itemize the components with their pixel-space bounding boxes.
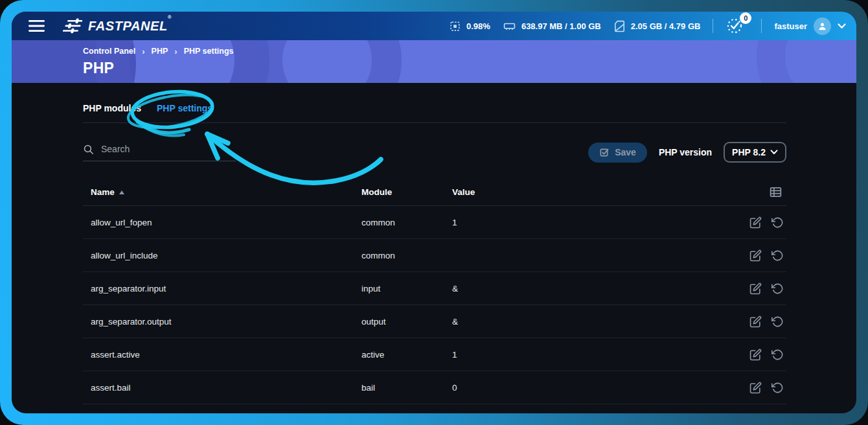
setting-module: common (361, 218, 452, 227)
reset-icon (771, 216, 784, 229)
settings-table: Name Module Value allow_url_fopen common… (83, 179, 786, 404)
setting-module: common (361, 251, 452, 260)
cpu-stat: 0.98% (449, 20, 490, 32)
edit-button[interactable] (749, 382, 762, 394)
setting-value: & (452, 284, 727, 293)
setting-value: 0 (452, 383, 727, 393)
disk-stat: 2.05 GB / 4.79 GB (613, 20, 701, 32)
column-header-name[interactable]: Name (83, 187, 361, 197)
reset-button[interactable] (771, 282, 784, 295)
reset-button[interactable] (771, 349, 784, 361)
edit-button[interactable] (749, 282, 762, 295)
column-label-name: Name (91, 187, 115, 197)
username: fastuser (774, 21, 807, 31)
screenshot-frame: FASTPANEL® 0.98% 638.97 MB / 1.00 GB 2.0… (0, 0, 868, 425)
tab-php-modules[interactable]: PHP modules (83, 103, 141, 116)
fastpanel-logo-icon (63, 18, 82, 34)
disk-value: 2.05 GB / 4.79 GB (631, 21, 701, 31)
search-input[interactable] (101, 144, 224, 154)
brand-name: FASTPANEL® (88, 19, 172, 34)
user-menu[interactable]: fastuser (774, 17, 846, 35)
breadcrumb: Control Panel › PHP › PHP settings (83, 47, 234, 56)
reset-icon (771, 349, 784, 361)
avatar-icon (817, 21, 827, 31)
disk-icon (613, 20, 626, 32)
search-field[interactable] (83, 144, 236, 161)
main-content: PHP modules PHP settings Save PHP versio… (12, 83, 856, 404)
setting-value: 1 (452, 350, 727, 360)
edit-button[interactable] (749, 249, 762, 262)
table-row: allow_url_fopen common 1 (83, 206, 786, 239)
edit-button[interactable] (749, 216, 762, 229)
topbar: FASTPANEL® 0.98% 638.97 MB / 1.00 GB 2.0… (12, 12, 856, 40)
edit-icon (749, 249, 762, 262)
breadcrumb-php[interactable]: PHP (152, 47, 168, 56)
divider (713, 19, 713, 33)
table-columns-icon (769, 185, 782, 199)
memory-icon (503, 20, 516, 32)
reset-button[interactable] (771, 316, 784, 328)
save-label: Save (615, 147, 636, 157)
table-row: assert.bail bail 0 (83, 371, 786, 404)
setting-name: arg_separator.input (83, 284, 361, 293)
setting-name: assert.active (83, 350, 361, 360)
setting-value: 1 (452, 218, 727, 227)
memory-value: 638.97 MB / 1.00 GB (521, 21, 601, 31)
page-title: PHP (83, 60, 234, 77)
tab-php-settings[interactable]: PHP settings (157, 103, 212, 116)
fastpanel-app: FASTPANEL® 0.98% 638.97 MB / 1.00 GB 2.0… (12, 12, 856, 413)
php-version-value: PHP 8.2 (732, 147, 766, 157)
table-row: arg_separator.input input & (83, 272, 786, 305)
setting-value: & (452, 317, 727, 327)
table-row: arg_separator.output output & (83, 305, 786, 338)
edit-icon (749, 282, 762, 295)
setting-name: arg_separator.output (83, 317, 361, 327)
setting-name: allow_url_include (83, 251, 361, 260)
fastpanel-logo[interactable]: FASTPANEL® (63, 18, 172, 34)
reset-icon (771, 382, 784, 394)
save-check-icon (599, 147, 610, 157)
chevron-down-icon (770, 150, 778, 155)
chevron-down-icon (838, 23, 846, 29)
memory-stat: 638.97 MB / 1.00 GB (503, 20, 601, 32)
edit-icon (749, 316, 762, 328)
table-header: Name Module Value (83, 179, 786, 206)
tabs-divider (83, 122, 786, 123)
edit-button[interactable] (749, 316, 762, 328)
page-header-band: Control Panel › PHP › PHP settings PHP (12, 40, 856, 83)
save-button[interactable]: Save (588, 143, 647, 163)
breadcrumb-control-panel[interactable]: Control Panel (83, 47, 135, 56)
tasks-badge: 0 (740, 12, 751, 24)
setting-module: bail (361, 383, 452, 393)
reset-button[interactable] (771, 216, 784, 229)
reset-icon (771, 282, 784, 295)
search-icon (83, 144, 94, 155)
table-row: assert.active active 1 (83, 338, 786, 371)
breadcrumb-php-settings: PHP settings (184, 47, 234, 56)
toolbar-right: Save PHP version PHP 8.2 (588, 142, 786, 163)
reset-button[interactable] (771, 382, 784, 394)
sort-asc-icon (119, 190, 124, 194)
breadcrumb-separator: › (174, 47, 177, 56)
edit-button[interactable] (749, 349, 762, 361)
registered-mark: ® (168, 14, 172, 20)
edit-icon (749, 349, 762, 361)
tasks-button[interactable]: 0 (725, 17, 749, 35)
page-header-text: Control Panel › PHP › PHP settings PHP (83, 40, 234, 83)
setting-module: output (361, 317, 452, 327)
tabs: PHP modules PHP settings (83, 103, 786, 116)
reset-icon (771, 249, 784, 262)
php-version-select[interactable]: PHP 8.2 (724, 142, 786, 163)
reset-button[interactable] (771, 249, 784, 262)
topbar-stats: 0.98% 638.97 MB / 1.00 GB 2.05 GB / 4.79… (449, 17, 846, 35)
setting-module: active (361, 350, 452, 360)
decorative-circle (757, 40, 856, 83)
menu-icon[interactable] (29, 19, 45, 32)
column-header-module: Module (361, 187, 452, 197)
avatar (814, 17, 831, 35)
divider (761, 19, 762, 33)
setting-module: input (361, 284, 452, 293)
table-columns-button[interactable] (727, 185, 786, 199)
column-header-value: Value (452, 187, 727, 197)
decorative-circle (253, 40, 402, 83)
